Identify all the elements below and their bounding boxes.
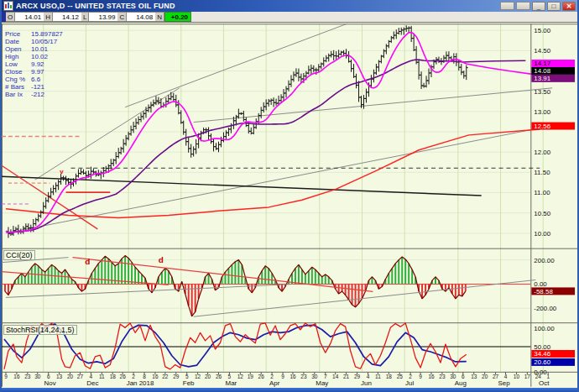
svg-text:34.46: 34.46 <box>534 350 550 358</box>
svg-text:19: 19 <box>248 374 254 379</box>
svg-text:20: 20 <box>67 374 74 379</box>
svg-text:13.91: 13.91 <box>534 75 550 82</box>
svg-text:16: 16 <box>152 374 159 379</box>
svg-text:1: 1 <box>546 374 550 379</box>
svg-text:d: d <box>85 257 90 266</box>
quote-field-value: 14.08 <box>127 12 155 22</box>
svg-text:Mar: Mar <box>226 379 237 387</box>
quote-field-value: 13.99 <box>89 12 117 22</box>
svg-text:23: 23 <box>24 374 31 379</box>
svg-text:Dec: Dec <box>86 379 98 387</box>
svg-text:16: 16 <box>428 374 435 379</box>
svg-text:20.60: 20.60 <box>534 358 550 366</box>
svg-text:20: 20 <box>482 374 488 379</box>
chart-background <box>2 24 577 386</box>
svg-text:4: 4 <box>90 374 93 379</box>
svg-text:23: 23 <box>439 374 446 379</box>
svg-text:11.50: 11.50 <box>534 169 550 176</box>
chart-app-icon <box>3 1 13 11</box>
chart-canvas[interactable]: vdd15.0014.5013.5013.0012.0011.5011.0010… <box>2 23 577 388</box>
quote-change-value: +0.20 <box>164 12 191 22</box>
svg-text:May: May <box>316 379 328 387</box>
svg-text:12: 12 <box>237 374 244 379</box>
chart-area[interactable]: vdd15.0014.5013.5013.0012.0011.5011.0010… <box>2 23 577 388</box>
svg-text:12: 12 <box>195 374 201 379</box>
svg-text:6: 6 <box>462 374 465 379</box>
svg-text:Aug: Aug <box>455 379 467 387</box>
quote-field-value: 14.01 <box>15 12 44 22</box>
svg-text:26: 26 <box>216 374 222 379</box>
svg-text:27: 27 <box>77 374 84 379</box>
data-window-row: Low9.92 <box>5 60 63 68</box>
svg-text:16: 16 <box>13 374 20 379</box>
svg-text:4: 4 <box>367 374 370 379</box>
quote-bar: O14.01H14.12L13.99C14.08N+0.20 <box>2 12 577 23</box>
svg-text:13: 13 <box>56 374 63 379</box>
svg-text:13: 13 <box>471 374 477 379</box>
svg-text:13.00: 13.00 <box>534 108 550 116</box>
svg-text:d: d <box>159 255 164 264</box>
svg-text:17: 17 <box>524 374 531 379</box>
svg-text:Nov: Nov <box>44 379 56 387</box>
data-window-row: Close9.97 <box>5 68 63 76</box>
svg-text:25: 25 <box>397 374 404 379</box>
svg-text:12.56: 12.56 <box>534 123 550 130</box>
quote-field-label: C <box>117 12 127 22</box>
maximize-button[interactable]: □ <box>547 2 561 11</box>
svg-text:18: 18 <box>386 374 393 379</box>
svg-text:Oct: Oct <box>539 379 550 387</box>
cci-pane-label: CCI(20) <box>3 250 35 260</box>
svg-text:9: 9 <box>281 374 284 379</box>
data-window-row: Date10/05/17 <box>5 38 63 45</box>
quote-change-label: N <box>155 12 164 22</box>
svg-text:2: 2 <box>132 374 135 379</box>
svg-text:18: 18 <box>110 374 117 379</box>
svg-text:12.00: 12.00 <box>534 149 550 156</box>
svg-text:2: 2 <box>409 374 412 379</box>
close-button[interactable]: ✕ <box>562 2 576 11</box>
svg-text:16: 16 <box>290 374 296 379</box>
svg-text:30: 30 <box>34 374 41 379</box>
svg-text:23: 23 <box>300 374 307 379</box>
data-window: Price15.897827Date10/05/17Open10.01High1… <box>5 30 63 98</box>
data-window-row: Chg %6.6 <box>5 76 63 83</box>
minimize-button[interactable]: _ <box>532 2 545 11</box>
svg-text:26: 26 <box>120 374 127 379</box>
svg-text:29: 29 <box>354 374 361 379</box>
svg-text:Sep: Sep <box>498 379 510 387</box>
toolbar-button-2[interactable] <box>516 2 530 10</box>
window-title: ARCX USO,D -- UNITED STATES OIL FUND <box>16 2 498 10</box>
svg-text:200.00: 200.00 <box>534 257 555 264</box>
svg-text:11: 11 <box>375 374 381 379</box>
svg-text:9: 9 <box>419 374 422 379</box>
data-window-row: Price15.897827 <box>5 30 63 38</box>
window-bottom-border <box>2 388 577 392</box>
quote-field-label: H <box>44 12 53 22</box>
svg-text:6: 6 <box>47 374 50 379</box>
data-window-row: # Bars-121 <box>5 83 63 91</box>
data-window-row: High10.02 <box>5 53 63 60</box>
svg-text:100.00: 100.00 <box>534 325 555 332</box>
svg-text:10: 10 <box>514 374 520 379</box>
svg-text:21: 21 <box>343 374 350 379</box>
toolbar-button-1[interactable] <box>500 2 514 10</box>
svg-text:14.17: 14.17 <box>534 60 550 67</box>
title-bar[interactable]: ARCX USO,D -- UNITED STATES OIL FUND _ □… <box>2 0 577 12</box>
svg-text:Jun: Jun <box>361 379 372 387</box>
svg-text:4: 4 <box>504 374 508 379</box>
svg-text:15.00: 15.00 <box>534 27 550 34</box>
svg-text:13.50: 13.50 <box>534 88 550 96</box>
data-window-row: Bar Ix-212 <box>5 91 63 98</box>
svg-text:8: 8 <box>143 374 146 379</box>
svg-text:2: 2 <box>270 374 274 379</box>
svg-text:Apr: Apr <box>269 379 280 387</box>
svg-text:Jan 2018: Jan 2018 <box>127 379 154 387</box>
quote-field-label: L <box>81 12 89 22</box>
svg-text:29: 29 <box>173 374 180 379</box>
svg-text:20: 20 <box>205 374 211 379</box>
svg-text:30: 30 <box>311 374 318 379</box>
svg-text:14.50: 14.50 <box>534 47 550 55</box>
svg-text:27: 27 <box>493 374 499 379</box>
svg-text:26: 26 <box>258 374 265 379</box>
svg-text:Jul: Jul <box>405 379 414 387</box>
